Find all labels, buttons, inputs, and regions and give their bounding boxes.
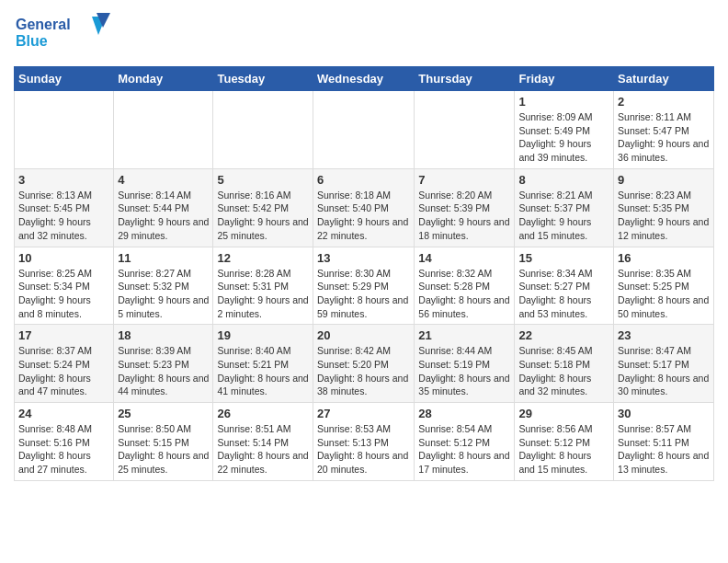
day-number: 14 xyxy=(418,251,510,265)
day-number: 12 xyxy=(217,251,309,265)
day-number: 4 xyxy=(118,173,209,187)
calendar-cell xyxy=(15,91,114,169)
calendar-cell: 11Sunrise: 8:27 AM Sunset: 5:32 PM Dayli… xyxy=(114,247,213,325)
day-number: 17 xyxy=(18,328,109,342)
calendar-table: Sunday Monday Tuesday Wednesday Thursday… xyxy=(14,66,714,481)
day-info: Sunrise: 8:53 AM Sunset: 5:13 PM Dayligh… xyxy=(317,422,410,477)
day-number: 28 xyxy=(418,407,510,420)
calendar-cell: 28Sunrise: 8:54 AM Sunset: 5:12 PM Dayli… xyxy=(415,403,515,481)
day-info: Sunrise: 8:40 AM Sunset: 5:21 PM Dayligh… xyxy=(217,344,309,398)
day-info: Sunrise: 8:14 AM Sunset: 5:44 PM Dayligh… xyxy=(118,189,209,243)
logo-text: General Blue xyxy=(14,9,115,59)
calendar-cell: 17Sunrise: 8:37 AM Sunset: 5:24 PM Dayli… xyxy=(15,325,114,403)
day-number: 29 xyxy=(518,407,609,420)
day-info: Sunrise: 8:35 AM Sunset: 5:25 PM Dayligh… xyxy=(618,267,710,321)
day-info: Sunrise: 8:16 AM Sunset: 5:42 PM Dayligh… xyxy=(217,189,309,243)
day-number: 15 xyxy=(518,251,609,265)
calendar-cell: 15Sunrise: 8:34 AM Sunset: 5:27 PM Dayli… xyxy=(515,247,614,325)
day-number: 13 xyxy=(317,251,410,265)
calendar-cell: 1Sunrise: 8:09 AM Sunset: 5:49 PM Daylig… xyxy=(515,91,614,169)
calendar-cell: 21Sunrise: 8:44 AM Sunset: 5:19 PM Dayli… xyxy=(415,325,515,403)
day-number: 22 xyxy=(518,328,609,342)
day-number: 21 xyxy=(418,328,510,342)
calendar-cell: 13Sunrise: 8:30 AM Sunset: 5:29 PM Dayli… xyxy=(313,247,415,325)
day-info: Sunrise: 8:09 AM Sunset: 5:49 PM Dayligh… xyxy=(518,110,609,165)
day-number: 25 xyxy=(118,407,209,420)
calendar-cell xyxy=(415,91,515,169)
day-info: Sunrise: 8:42 AM Sunset: 5:20 PM Dayligh… xyxy=(317,344,410,398)
day-number: 6 xyxy=(317,173,410,187)
day-info: Sunrise: 8:13 AM Sunset: 5:45 PM Dayligh… xyxy=(18,189,109,243)
calendar-body: 1Sunrise: 8:09 AM Sunset: 5:49 PM Daylig… xyxy=(15,91,714,481)
calendar-cell: 4Sunrise: 8:14 AM Sunset: 5:44 PM Daylig… xyxy=(114,168,213,247)
calendar-cell: 2Sunrise: 8:11 AM Sunset: 5:47 PM Daylig… xyxy=(614,91,714,169)
day-number: 2 xyxy=(618,95,710,109)
col-thursday: Thursday xyxy=(415,67,515,91)
calendar-cell: 24Sunrise: 8:48 AM Sunset: 5:16 PM Dayli… xyxy=(15,403,114,481)
day-info: Sunrise: 8:39 AM Sunset: 5:23 PM Dayligh… xyxy=(118,344,209,398)
calendar-cell: 10Sunrise: 8:25 AM Sunset: 5:34 PM Dayli… xyxy=(15,247,114,325)
day-number: 19 xyxy=(217,328,309,342)
day-info: Sunrise: 8:21 AM Sunset: 5:37 PM Dayligh… xyxy=(518,189,609,243)
day-number: 16 xyxy=(618,251,710,265)
calendar-cell: 23Sunrise: 8:47 AM Sunset: 5:17 PM Dayli… xyxy=(614,325,714,403)
calendar-cell: 30Sunrise: 8:57 AM Sunset: 5:11 PM Dayli… xyxy=(614,403,714,481)
day-number: 1 xyxy=(518,95,609,109)
logo-svg: General Blue xyxy=(14,9,115,55)
day-number: 20 xyxy=(317,328,410,342)
day-number: 18 xyxy=(118,328,209,342)
calendar-cell xyxy=(213,91,313,169)
day-info: Sunrise: 8:48 AM Sunset: 5:16 PM Dayligh… xyxy=(18,422,109,477)
calendar-row: 24Sunrise: 8:48 AM Sunset: 5:16 PM Dayli… xyxy=(15,403,714,481)
col-tuesday: Tuesday xyxy=(213,67,313,91)
calendar-cell: 8Sunrise: 8:21 AM Sunset: 5:37 PM Daylig… xyxy=(515,168,614,247)
day-info: Sunrise: 8:32 AM Sunset: 5:28 PM Dayligh… xyxy=(418,267,510,321)
calendar-cell: 14Sunrise: 8:32 AM Sunset: 5:28 PM Dayli… xyxy=(415,247,515,325)
calendar-cell: 3Sunrise: 8:13 AM Sunset: 5:45 PM Daylig… xyxy=(15,168,114,247)
svg-text:Blue: Blue xyxy=(16,33,48,49)
calendar-cell: 25Sunrise: 8:50 AM Sunset: 5:15 PM Dayli… xyxy=(114,403,213,481)
calendar-row: 10Sunrise: 8:25 AM Sunset: 5:34 PM Dayli… xyxy=(15,247,714,325)
calendar-row: 1Sunrise: 8:09 AM Sunset: 5:49 PM Daylig… xyxy=(15,91,714,169)
day-info: Sunrise: 8:37 AM Sunset: 5:24 PM Dayligh… xyxy=(18,344,109,398)
header: General Blue xyxy=(14,9,714,59)
day-number: 3 xyxy=(18,173,109,187)
day-info: Sunrise: 8:25 AM Sunset: 5:34 PM Dayligh… xyxy=(18,267,109,321)
calendar-cell: 26Sunrise: 8:51 AM Sunset: 5:14 PM Dayli… xyxy=(213,403,313,481)
col-monday: Monday xyxy=(114,67,213,91)
calendar-cell: 19Sunrise: 8:40 AM Sunset: 5:21 PM Dayli… xyxy=(213,325,313,403)
day-number: 27 xyxy=(317,407,410,420)
calendar-cell: 6Sunrise: 8:18 AM Sunset: 5:40 PM Daylig… xyxy=(313,168,415,247)
day-number: 30 xyxy=(618,407,710,420)
day-number: 9 xyxy=(618,173,710,187)
col-saturday: Saturday xyxy=(614,67,714,91)
day-number: 10 xyxy=(18,251,109,265)
col-friday: Friday xyxy=(515,67,614,91)
day-info: Sunrise: 8:28 AM Sunset: 5:31 PM Dayligh… xyxy=(217,267,309,321)
svg-text:General: General xyxy=(16,17,71,32)
day-info: Sunrise: 8:54 AM Sunset: 5:12 PM Dayligh… xyxy=(418,422,510,477)
calendar-cell: 22Sunrise: 8:45 AM Sunset: 5:18 PM Dayli… xyxy=(515,325,614,403)
calendar-cell: 20Sunrise: 8:42 AM Sunset: 5:20 PM Dayli… xyxy=(313,325,415,403)
day-info: Sunrise: 8:51 AM Sunset: 5:14 PM Dayligh… xyxy=(217,422,309,477)
day-number: 24 xyxy=(18,407,109,420)
calendar-row: 3Sunrise: 8:13 AM Sunset: 5:45 PM Daylig… xyxy=(15,168,714,247)
day-info: Sunrise: 8:27 AM Sunset: 5:32 PM Dayligh… xyxy=(118,267,209,321)
day-number: 11 xyxy=(118,251,209,265)
day-number: 23 xyxy=(618,328,710,342)
calendar-cell: 18Sunrise: 8:39 AM Sunset: 5:23 PM Dayli… xyxy=(114,325,213,403)
day-info: Sunrise: 8:11 AM Sunset: 5:47 PM Dayligh… xyxy=(618,110,710,165)
logo: General Blue xyxy=(14,9,115,59)
day-number: 5 xyxy=(217,173,309,187)
day-info: Sunrise: 8:18 AM Sunset: 5:40 PM Dayligh… xyxy=(317,189,410,243)
day-info: Sunrise: 8:50 AM Sunset: 5:15 PM Dayligh… xyxy=(118,422,209,477)
calendar-cell: 5Sunrise: 8:16 AM Sunset: 5:42 PM Daylig… xyxy=(213,168,313,247)
calendar-cell: 27Sunrise: 8:53 AM Sunset: 5:13 PM Dayli… xyxy=(313,403,415,481)
day-info: Sunrise: 8:45 AM Sunset: 5:18 PM Dayligh… xyxy=(518,344,609,398)
day-info: Sunrise: 8:20 AM Sunset: 5:39 PM Dayligh… xyxy=(418,189,510,243)
day-info: Sunrise: 8:23 AM Sunset: 5:35 PM Dayligh… xyxy=(618,189,710,243)
col-wednesday: Wednesday xyxy=(313,67,415,91)
day-info: Sunrise: 8:56 AM Sunset: 5:12 PM Dayligh… xyxy=(518,422,609,477)
day-info: Sunrise: 8:34 AM Sunset: 5:27 PM Dayligh… xyxy=(518,267,609,321)
calendar-cell xyxy=(114,91,213,169)
